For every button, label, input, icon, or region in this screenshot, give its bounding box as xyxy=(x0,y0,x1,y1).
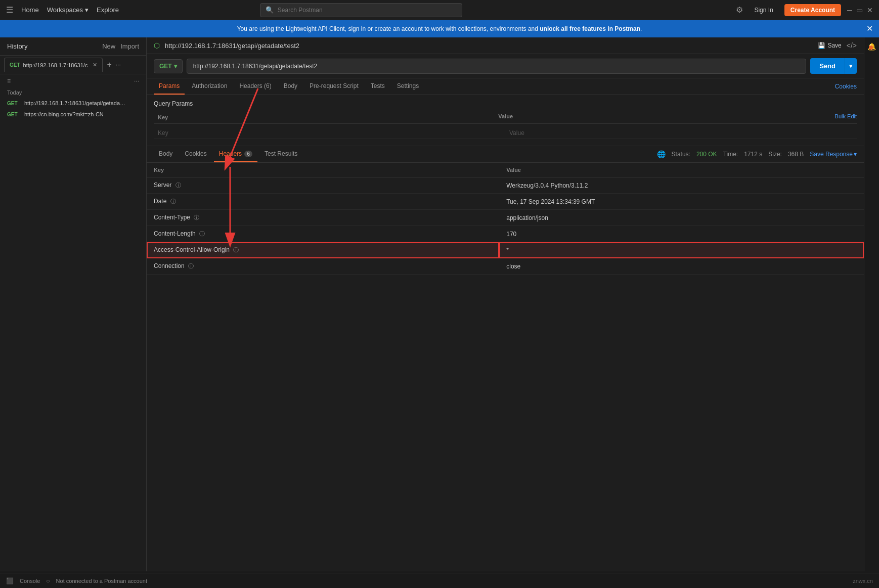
nav-workspaces[interactable]: Workspaces ▾ xyxy=(47,6,89,14)
tab-close-icon[interactable]: ✕ xyxy=(93,62,97,68)
size-label: Size: xyxy=(768,151,782,158)
info-icon[interactable]: ⓘ xyxy=(194,214,199,220)
history-more-icon[interactable]: ··· xyxy=(134,77,139,84)
sidebar-header: History New Import xyxy=(0,37,146,56)
send-button[interactable]: Send xyxy=(810,58,845,74)
request-tabs: Params Authorization Headers (6) Body Pr… xyxy=(147,78,864,95)
filter-icon[interactable]: ≡ xyxy=(7,77,11,84)
tab-authorization[interactable]: Authorization xyxy=(187,78,232,95)
res-tab-headers[interactable]: Headers 6 xyxy=(214,146,257,162)
cookies-button[interactable]: Cookies xyxy=(835,83,857,90)
info-icon[interactable]: ⓘ xyxy=(199,231,205,237)
right-sidebar: 🔔 xyxy=(864,37,879,571)
sidebar-new-button[interactable]: New xyxy=(102,42,115,50)
workspaces-label: Workspaces xyxy=(47,6,83,14)
params-key-header: Key xyxy=(154,113,498,121)
header-value-connection: close xyxy=(499,258,864,275)
info-icon[interactable]: ⓘ xyxy=(233,247,239,253)
history-method-0: GET xyxy=(7,101,20,106)
header-key-content-length: Content-Length xyxy=(154,230,196,237)
tab-settings[interactable]: Settings xyxy=(392,78,424,95)
header-row-connection: Connection ⓘ close xyxy=(147,258,864,275)
globe-icon: 🌐 xyxy=(657,150,666,158)
value-column-header: Value xyxy=(499,163,864,177)
save-icon: 💾 xyxy=(818,42,825,49)
notification-dot xyxy=(869,46,873,50)
search-input[interactable] xyxy=(278,7,457,14)
tab-pre-request[interactable]: Pre-request Script xyxy=(304,78,364,95)
header-key-connection: Connection xyxy=(154,262,185,269)
url-tabs-bar: GET http://192.168.1.7:18631/c ✕ + ··· xyxy=(0,56,146,74)
connection-status: Not connected to a Postman account xyxy=(56,578,147,584)
res-tab-body[interactable]: Body xyxy=(154,146,178,162)
header-value-date: Tue, 17 Sep 2024 13:34:39 GMT xyxy=(499,194,864,210)
history-item[interactable]: GET https://cn.bing.com/?mkt=zh-CN xyxy=(0,109,146,120)
info-icon[interactable]: ⓘ xyxy=(175,182,181,188)
search-bar[interactable]: 🔍 xyxy=(260,3,462,17)
response-section: Body Cookies Headers 6 Test Results 🌐 St… xyxy=(147,146,864,571)
send-button-group: Send ▾ xyxy=(810,58,857,74)
save-response-button[interactable]: Save Response ▾ xyxy=(810,151,857,158)
headers-count-badge: 6 xyxy=(244,151,252,157)
code-icon[interactable]: </> xyxy=(847,41,857,50)
content-area: ⬡ http://192.168.1.7:18631/getapi/getada… xyxy=(147,37,864,571)
info-icon[interactable]: ⓘ xyxy=(188,263,194,269)
res-tab-cookies[interactable]: Cookies xyxy=(180,146,211,162)
settings-icon[interactable]: ⚙ xyxy=(736,5,743,15)
history-item[interactable]: GET http://192.168.1.7:18631/getapi/geta… xyxy=(0,98,146,109)
console-label[interactable]: Console xyxy=(20,578,40,584)
add-tab-icon[interactable]: + xyxy=(107,60,111,69)
signin-button[interactable]: Sign In xyxy=(749,5,778,16)
nav-home[interactable]: Home xyxy=(21,6,39,14)
request-actions: 💾 Save </> xyxy=(818,41,857,50)
key-input[interactable] xyxy=(154,127,505,139)
banner-close-icon[interactable]: ✕ xyxy=(866,23,873,35)
bulk-edit-button[interactable]: Bulk Edit xyxy=(835,113,857,121)
tab-headers[interactable]: Headers (6) xyxy=(234,78,276,95)
header-key-access-control: Access-Control-Allow-Origin xyxy=(154,246,230,253)
save-button[interactable]: 💾 Save xyxy=(818,42,841,49)
response-status-bar: 🌐 Status: 200 OK Time: 1712 s Size: 368 … xyxy=(657,150,857,158)
status-value: 200 OK xyxy=(696,151,717,158)
close-icon[interactable]: ✕ xyxy=(867,6,873,14)
tab-params[interactable]: Params xyxy=(154,78,185,95)
top-nav: ☰ Home Workspaces ▾ Explore 🔍 ⚙ Sign In … xyxy=(0,0,879,20)
sidebar: History New Import GET http://192.168.1.… xyxy=(0,37,147,571)
terminal-icon[interactable]: ⬛ xyxy=(6,577,14,584)
url-input[interactable] xyxy=(187,59,807,74)
info-icon[interactable]: ⓘ xyxy=(170,198,176,204)
header-value-server: Werkzeug/3.0.4 Python/3.11.2 xyxy=(499,177,864,194)
header-row-content-length: Content-Length ⓘ 170 xyxy=(147,226,864,242)
request-type-icon: ⬡ xyxy=(154,41,160,50)
header-key-date: Date xyxy=(154,198,166,205)
window-controls: ─ ▭ ✕ xyxy=(847,6,873,14)
hamburger-icon[interactable]: ☰ xyxy=(6,5,13,15)
tab-tests[interactable]: Tests xyxy=(366,78,390,95)
status-label: Status: xyxy=(672,151,690,158)
minimize-icon[interactable]: ─ xyxy=(847,6,852,14)
main-layout: History New Import GET http://192.168.1.… xyxy=(0,37,879,571)
sidebar-import-button[interactable]: Import xyxy=(120,42,139,50)
tab-body[interactable]: Body xyxy=(279,78,302,95)
method-select[interactable]: GET ▾ xyxy=(154,59,183,73)
header-value-access-control: * xyxy=(499,242,864,258)
history-method-1: GET xyxy=(7,112,20,117)
sidebar-title: History xyxy=(7,42,27,50)
method-chevron-icon: ▾ xyxy=(174,63,177,70)
create-account-button[interactable]: Create Account xyxy=(784,4,841,16)
value-input[interactable] xyxy=(505,127,857,139)
history-url-0: http://192.168.1.7:18631/getapi/getadate… xyxy=(24,100,125,106)
method-label: GET xyxy=(159,63,172,70)
history-filter: ≡ ··· xyxy=(0,74,146,87)
size-value: 368 B xyxy=(788,151,804,158)
res-tab-test-results[interactable]: Test Results xyxy=(259,146,302,162)
maximize-icon[interactable]: ▭ xyxy=(856,6,863,14)
banner-text: You are using the Lightweight API Client… xyxy=(237,25,642,32)
send-dropdown-button[interactable]: ▾ xyxy=(845,58,857,74)
url-input-row: GET ▾ Send ▾ xyxy=(147,54,864,78)
request-tab[interactable]: GET http://192.168.1.7:18631/c ✕ xyxy=(4,58,103,72)
nav-explore[interactable]: Explore xyxy=(97,6,119,14)
more-tabs-icon[interactable]: ··· xyxy=(116,61,121,68)
save-response-chevron-icon: ▾ xyxy=(854,151,857,158)
tab-url-short: http://192.168.1.7:18631/c xyxy=(23,62,88,68)
